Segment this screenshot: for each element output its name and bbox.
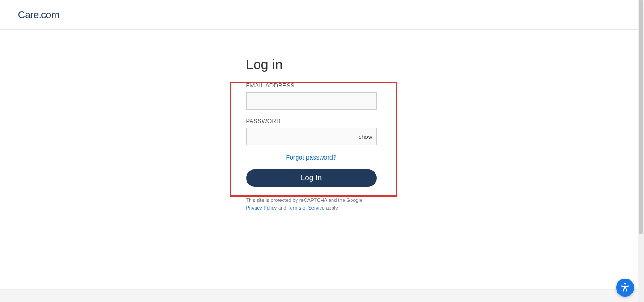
login-button[interactable]: Log In <box>246 169 377 187</box>
email-field-group: EMAIL ADDRESS <box>246 82 398 110</box>
forgot-password-link[interactable]: Forgot password? <box>286 154 336 161</box>
accessibility-icon <box>620 282 630 294</box>
brand-logo-link[interactable]: Care.com <box>6 9 59 21</box>
page-title: Log in <box>246 57 398 72</box>
site-header: Care.com <box>0 0 644 30</box>
vertical-scrollbar-thumb[interactable] <box>639 0 643 234</box>
password-input[interactable] <box>247 128 355 145</box>
login-panel: Log in EMAIL ADDRESS PASSWORD show Forgo… <box>246 57 398 211</box>
footer-band <box>0 289 644 302</box>
svg-point-0 <box>624 283 626 284</box>
main-content: Log in EMAIL ADDRESS PASSWORD show Forgo… <box>0 30 644 211</box>
legal-and: and <box>277 205 288 210</box>
terms-of-service-link[interactable]: Terms of Service <box>288 205 324 210</box>
password-field-group: PASSWORD show <box>246 118 398 145</box>
legal-disclaimer: This site is protected by reCAPTCHA and … <box>246 197 377 211</box>
password-input-wrap: show <box>246 128 377 145</box>
accessibility-button[interactable] <box>616 279 634 297</box>
vertical-scrollbar[interactable] <box>638 0 644 302</box>
brand-name: Care.com <box>18 9 59 21</box>
brand-crescent-icon <box>6 9 17 21</box>
email-input[interactable] <box>246 92 377 110</box>
email-label: EMAIL ADDRESS <box>246 82 398 89</box>
legal-prefix: This site is protected by reCAPTCHA and … <box>246 197 363 203</box>
show-password-button[interactable]: show <box>355 128 376 145</box>
forgot-password-row: Forgot password? <box>246 153 377 161</box>
password-label: PASSWORD <box>246 118 398 124</box>
legal-suffix: apply. <box>324 205 339 210</box>
privacy-policy-link[interactable]: Privacy Policy <box>246 205 277 210</box>
